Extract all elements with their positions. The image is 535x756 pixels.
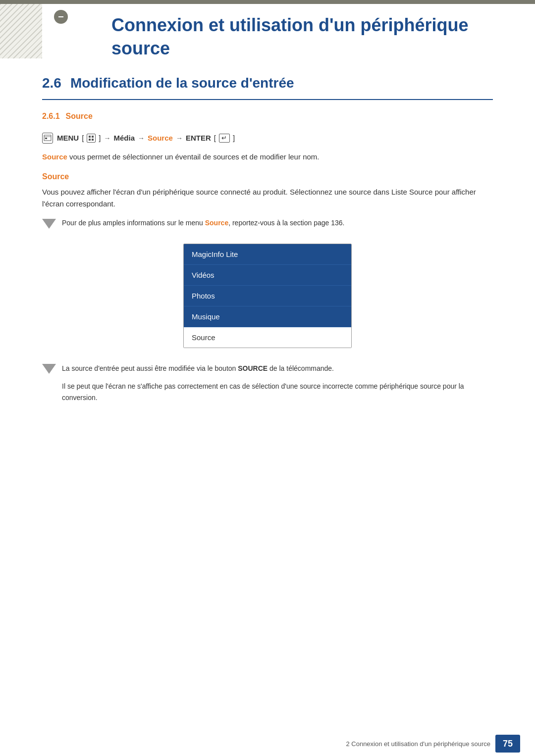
source-heading: Source [42, 172, 493, 181]
enter-bracket-open: [ [214, 134, 216, 142]
menu-bracket-close: ] [99, 134, 101, 142]
footer-text: 2 Connexion et utilisation d'un périphér… [346, 740, 490, 748]
svg-rect-3 [89, 136, 91, 138]
menu-item-magicinfo[interactable]: MagicInfo Lite [184, 244, 351, 265]
note-icon-2 [42, 364, 56, 374]
description-text: Source vous permet de sélectionner un év… [42, 151, 493, 163]
subsection-2-6-1: 2.6.1 Source [42, 112, 493, 126]
note-block-1: Pour de plus amples informations sur le … [42, 218, 493, 229]
menu-item-videos[interactable]: Vidéos [184, 265, 351, 286]
description-source-bold: Source [42, 152, 67, 161]
svg-rect-4 [92, 136, 94, 138]
menu-path: MENU [ ] → Média → Source → ENTER [ ↵ ] [42, 133, 493, 144]
header-area: Connexion et utilisation d'un périphériq… [0, 4, 535, 70]
menu-item-musique[interactable]: Musique [184, 306, 351, 327]
section-number: 2.6 [42, 75, 61, 95]
bottom-note2-text: Il se peut que l'écran ne s'affiche pas … [62, 381, 493, 403]
media-label: Média [114, 134, 135, 142]
menu-bracket-open: [ [82, 134, 84, 142]
arrow1: → [104, 134, 111, 142]
svg-rect-5 [89, 139, 91, 141]
main-title-area: Connexion et utilisation d'un périphériq… [42, 4, 535, 70]
footer: 2 Connexion et utilisation d'un périphér… [0, 731, 535, 756]
subsection-title: Source [66, 112, 93, 121]
bottom-note-block-1: La source d'entrée peut aussi être modif… [42, 363, 493, 374]
enter-label: ENTER [186, 134, 211, 142]
note2-bold: SOURCE [238, 364, 268, 372]
enter-bracket-close: ] [233, 134, 235, 142]
note1-text: Pour de plus amples informations sur le … [62, 218, 344, 228]
top-stripe [0, 0, 535, 4]
section-divider [42, 99, 493, 100]
svg-rect-2 [45, 138, 47, 139]
diagonal-pattern [0, 4, 42, 58]
note-icon-1 [42, 219, 56, 229]
description-rest: vous permet de sélectionner un éventail … [69, 152, 319, 161]
page-container: Connexion et utilisation d'un périphériq… [0, 0, 535, 756]
footer-page: 75 [495, 735, 520, 753]
svg-rect-6 [92, 139, 94, 141]
section-2-6: 2.6 Modification de la source d'entrée [42, 75, 493, 100]
main-title: Connexion et utilisation d'un périphériq… [111, 14, 505, 60]
menu-item-source[interactable]: Source [184, 327, 351, 348]
section-title: Modification de la source d'entrée [70, 75, 294, 95]
source-label: Source [148, 134, 173, 142]
menu-icon [42, 133, 53, 144]
svg-marker-8 [42, 364, 56, 374]
menu-list: MagicInfo Lite Vidéos Photos Musique Sou… [183, 244, 352, 348]
note1-bold: Source [205, 219, 228, 227]
arrow2: → [138, 134, 145, 142]
menu-grid-icon [87, 134, 96, 143]
content-area: 2.6 Modification de la source d'entrée 2… [0, 70, 535, 756]
menu-label: MENU [57, 134, 79, 142]
bottom-notes: La source d'entrée peut aussi être modif… [42, 363, 493, 403]
enter-icon: ↵ [219, 134, 230, 143]
svg-marker-7 [42, 219, 56, 229]
subsection-number: 2.6.1 [42, 112, 60, 121]
menu-list-container: MagicInfo Lite Vidéos Photos Musique Sou… [42, 244, 493, 348]
arrow3: → [176, 134, 183, 142]
circle-icon [54, 10, 68, 24]
body-paragraph: Vous pouvez afficher l'écran d'un périph… [42, 186, 493, 210]
menu-item-photos[interactable]: Photos [184, 286, 351, 306]
bottom-note1-text: La source d'entrée peut aussi être modif… [62, 363, 334, 374]
